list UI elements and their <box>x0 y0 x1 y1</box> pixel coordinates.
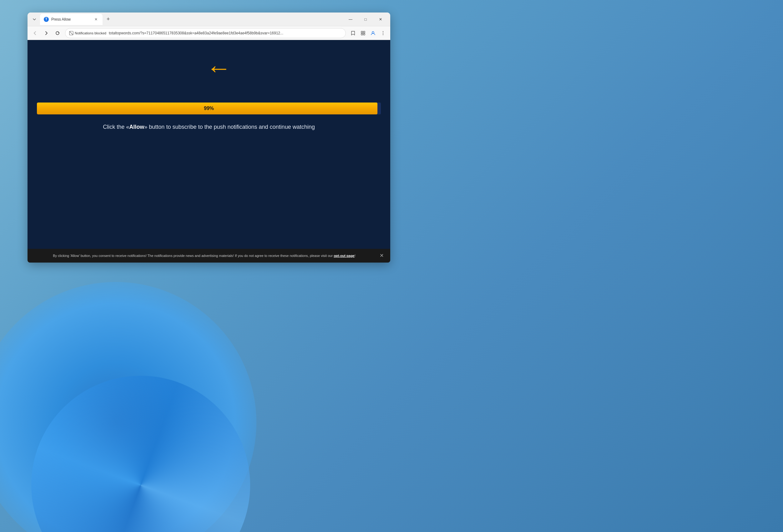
bookmark-button[interactable] <box>348 28 358 38</box>
svg-rect-2 <box>361 31 363 33</box>
extensions-button[interactable] <box>358 28 368 38</box>
banner-text: By clicking 'Allow' button, you consent … <box>53 254 334 258</box>
cta-text: Click the «Allow» button to subscribe to… <box>37 123 381 131</box>
svg-point-9 <box>383 34 383 35</box>
svg-point-6 <box>372 32 374 33</box>
web-content: ← 99% Click the «Allow» button to subscr… <box>28 40 390 263</box>
progress-text: 99% <box>204 106 214 111</box>
notifications-blocked-icon <box>69 31 73 35</box>
toolbar-actions <box>348 28 388 38</box>
progress-section: 99% Click the «Allow» button to subscrib… <box>37 102 381 131</box>
tab-dropdown-button[interactable] <box>30 15 39 24</box>
active-tab[interactable]: T Press Allow ✕ <box>40 14 102 25</box>
tab-strip: T Press Allow ✕ + <box>40 14 343 25</box>
svg-point-7 <box>383 31 383 32</box>
notifications-blocked-text: Notifications blocked <box>75 31 106 35</box>
banner-close-button[interactable]: ✕ <box>378 252 385 260</box>
window-controls: — □ ✕ <box>343 14 388 24</box>
arrow-left-icon: ← <box>207 56 231 81</box>
browser-window: T Press Allow ✕ + — □ ✕ <box>28 12 390 263</box>
svg-line-1 <box>70 32 73 35</box>
progress-bar-wrapper: 99% <box>37 102 381 114</box>
banner-text-after: ! <box>354 254 355 258</box>
cta-before: Click the « <box>103 124 129 130</box>
address-bar[interactable]: Notifications blocked totaltopwords.com/… <box>65 28 346 38</box>
tab-close-button[interactable]: ✕ <box>93 16 99 22</box>
menu-button[interactable] <box>378 28 388 38</box>
toolbar: Notifications blocked totaltopwords.com/… <box>28 26 390 40</box>
back-button[interactable] <box>30 28 40 38</box>
notifications-blocked-indicator[interactable]: Notifications blocked <box>69 31 106 35</box>
tab-favicon: T <box>44 17 49 22</box>
new-tab-button[interactable]: + <box>104 15 113 24</box>
title-bar: T Press Allow ✕ + — □ ✕ <box>28 12 390 26</box>
arrow-container: ← <box>207 56 231 81</box>
forward-button[interactable] <box>41 28 51 38</box>
address-text: totaltopwords.com/?s=711704865117835308&… <box>109 31 342 35</box>
opt-out-link[interactable]: opt-out page <box>334 254 354 258</box>
minimize-button[interactable]: — <box>343 14 358 24</box>
reload-button[interactable] <box>53 28 63 38</box>
svg-point-8 <box>383 33 383 33</box>
svg-rect-4 <box>361 33 363 35</box>
close-button[interactable]: ✕ <box>373 14 388 24</box>
svg-rect-5 <box>363 33 365 35</box>
cta-allow-text: Allow <box>129 124 144 130</box>
tab-title: Press Allow <box>51 17 91 22</box>
svg-rect-3 <box>363 31 365 33</box>
cta-after: » button to subscribe to the push notifi… <box>144 124 315 130</box>
bottom-banner: By clicking 'Allow' button, you consent … <box>28 249 390 263</box>
maximize-button[interactable]: □ <box>358 14 373 24</box>
profile-button[interactable] <box>368 28 378 38</box>
